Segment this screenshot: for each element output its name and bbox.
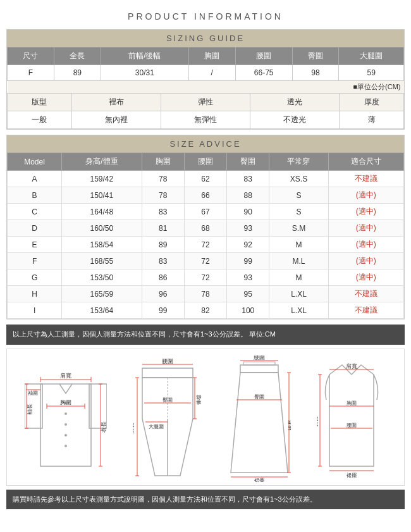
bottom-note: 購買時請先參考以上尺寸表測量方式說明圖，因個人測量方法和位置不同，尺寸會有1~3… bbox=[6, 490, 405, 510]
svg-text:肩寬: 肩寬 bbox=[60, 373, 71, 379]
svg-text:裙擺: 裙擺 bbox=[347, 473, 357, 478]
advice-cell: 158/54 bbox=[62, 237, 142, 253]
sizing-guide-section: SIZING GUIDE 尺寸全長前幅/後幅胸圍腰圍臀圍大腿圍 F8930/31… bbox=[6, 29, 405, 130]
advice-row: I153/649982100L.XL不建議 bbox=[8, 302, 404, 319]
advice-th: 身高/體重 bbox=[62, 153, 142, 171]
attr-cell: 不透光 bbox=[250, 111, 340, 129]
advice-thead: Model身高/體重胸圍腰圍臀圍平常穿適合尺寸 bbox=[8, 153, 404, 171]
advice-cell: I bbox=[8, 302, 62, 319]
attr-th: 彈性 bbox=[161, 94, 250, 111]
advice-th: 胸圍 bbox=[142, 153, 184, 171]
advice-cell: 92 bbox=[227, 237, 269, 253]
sizing-cell: F bbox=[8, 65, 54, 81]
attr-cell: 無彈性 bbox=[161, 111, 250, 129]
advice-cell: 160/50 bbox=[62, 220, 142, 237]
sizing-cell: / bbox=[188, 65, 235, 81]
advice-cell: S bbox=[269, 187, 328, 204]
advice-cell: (適中) bbox=[328, 237, 403, 253]
advice-cell: F bbox=[8, 253, 62, 269]
advice-cell: 165/59 bbox=[62, 286, 142, 302]
attr-th: 透光 bbox=[250, 94, 340, 111]
advice-cell: (適中) bbox=[328, 253, 403, 269]
advice-th: Model bbox=[8, 153, 62, 171]
advice-cell: (適中) bbox=[328, 269, 403, 286]
advice-cell: 86 bbox=[142, 269, 184, 286]
advice-cell: 93 bbox=[227, 220, 269, 237]
advice-cell: B bbox=[8, 187, 62, 204]
svg-text:臀圍: 臀圍 bbox=[163, 397, 173, 403]
svg-point-7 bbox=[64, 445, 67, 447]
sizing-th: 大腿圍 bbox=[339, 47, 404, 65]
svg-point-6 bbox=[64, 434, 67, 436]
sizing-th: 全長 bbox=[54, 47, 101, 65]
sizing-table: 尺寸全長前幅/後幅胸圍腰圍臀圍大腿圍 F8930/31/66-759859 ■單… bbox=[7, 47, 404, 93]
advice-cell: 83 bbox=[227, 171, 269, 187]
advice-row: D160/50816893S.M(適中) bbox=[8, 220, 404, 237]
advice-cell: 83 bbox=[142, 204, 184, 220]
advice-cell: (適中) bbox=[328, 187, 403, 204]
svg-rect-26 bbox=[142, 368, 193, 378]
advice-cell: 164/48 bbox=[62, 204, 142, 220]
advice-cell: 88 bbox=[227, 187, 269, 204]
advice-cell: 81 bbox=[142, 220, 184, 237]
advice-row: F168/55837299M.L(適中) bbox=[8, 253, 404, 269]
attr-cell: 薄 bbox=[340, 111, 404, 129]
diagram-container: 肩寬 胸圍 袖長 袖圍 衣長 bbox=[10, 356, 401, 482]
sizing-cell: 98 bbox=[292, 65, 339, 81]
svg-text:衣長: 衣長 bbox=[317, 416, 319, 428]
svg-text:袖圍: 袖圍 bbox=[28, 390, 38, 396]
pants-diagram: 腰圍 褲檔 大腿圍 褲長 臀圍 bbox=[133, 356, 202, 482]
advice-cell: L.XL bbox=[269, 286, 328, 302]
vest-diagram: 肩寬 胸圍 腰圍 衣長 裙擺 bbox=[317, 356, 386, 482]
advice-cell: (適中) bbox=[328, 220, 403, 237]
advice-cell: 66 bbox=[184, 187, 226, 204]
size-advice-header: SIZE ADVICE bbox=[7, 135, 404, 152]
advice-cell: 96 bbox=[142, 286, 184, 302]
advice-row: C164/48836790S(適中) bbox=[8, 204, 404, 220]
svg-text:袖長: 袖長 bbox=[27, 404, 33, 415]
page-title: PRODUCT INFORMATION bbox=[0, 0, 411, 29]
advice-cell: 153/50 bbox=[62, 269, 142, 286]
sizing-cell: 30/31 bbox=[101, 65, 188, 81]
advice-cell: (適中) bbox=[328, 204, 403, 220]
unit-row: ■單位公分(CM) bbox=[8, 81, 404, 94]
note-box: 以上尺寸為人工測量，因個人測量方法和位置不同，尺寸會有1~3公分誤差。 單位:C… bbox=[6, 325, 405, 345]
advice-cell: 83 bbox=[142, 253, 184, 269]
advice-cell: 67 bbox=[184, 204, 226, 220]
svg-text:腰圍: 腰圍 bbox=[254, 356, 265, 361]
advice-cell: M bbox=[269, 237, 328, 253]
advice-cell: 78 bbox=[142, 187, 184, 204]
advice-th: 平常穿 bbox=[269, 153, 328, 171]
size-advice-section: SIZE ADVICE Model身高/體重胸圍腰圍臀圍平常穿適合尺寸 A159… bbox=[6, 135, 405, 319]
attr-cell: 無內裡 bbox=[71, 111, 161, 129]
svg-text:衣長: 衣長 bbox=[101, 421, 107, 433]
advice-row: E158/54897292M(適中) bbox=[8, 237, 404, 253]
sizing-thead: 尺寸全長前幅/後幅胸圍腰圍臀圍大腿圍 bbox=[8, 47, 404, 65]
advice-cell: 95 bbox=[227, 286, 269, 302]
shirt-diagram: 肩寬 胸圍 袖長 袖圍 衣長 bbox=[25, 356, 107, 482]
advice-cell: 78 bbox=[184, 286, 226, 302]
attr-row: 一般無內裡無彈性不透光薄 bbox=[8, 111, 404, 129]
svg-rect-42 bbox=[240, 365, 278, 373]
advice-cell: 93 bbox=[227, 269, 269, 286]
advice-cell: L.XL bbox=[269, 302, 328, 319]
advice-table: Model身高/體重胸圍腰圍臀圍平常穿適合尺寸 A159/42786283XS.… bbox=[7, 152, 404, 319]
attr-th: 版型 bbox=[8, 94, 72, 111]
attr-thead: 版型裡布彈性透光厚度 bbox=[8, 94, 404, 111]
sizing-th: 腰圍 bbox=[235, 47, 292, 65]
svg-text:胸圍: 胸圍 bbox=[60, 399, 71, 405]
advice-row: H165/59967895L.XL不建議 bbox=[8, 286, 404, 302]
attr-th: 厚度 bbox=[340, 94, 404, 111]
svg-text:腰圍: 腰圍 bbox=[347, 423, 357, 428]
advice-cell: 78 bbox=[142, 171, 184, 187]
unit-text: ■單位公分(CM) bbox=[8, 81, 404, 94]
sizing-row: F8930/31/66-759859 bbox=[8, 65, 404, 81]
advice-cell: M.L bbox=[269, 253, 328, 269]
sizing-th: 胸圍 bbox=[188, 47, 235, 65]
advice-cell: D bbox=[8, 220, 62, 237]
advice-cell: 72 bbox=[184, 237, 226, 253]
sizing-cell: 89 bbox=[54, 65, 101, 81]
svg-text:大腿圍: 大腿圍 bbox=[149, 424, 164, 430]
advice-cell: H bbox=[8, 286, 62, 302]
sizing-th: 前幅/後幅 bbox=[101, 47, 188, 65]
